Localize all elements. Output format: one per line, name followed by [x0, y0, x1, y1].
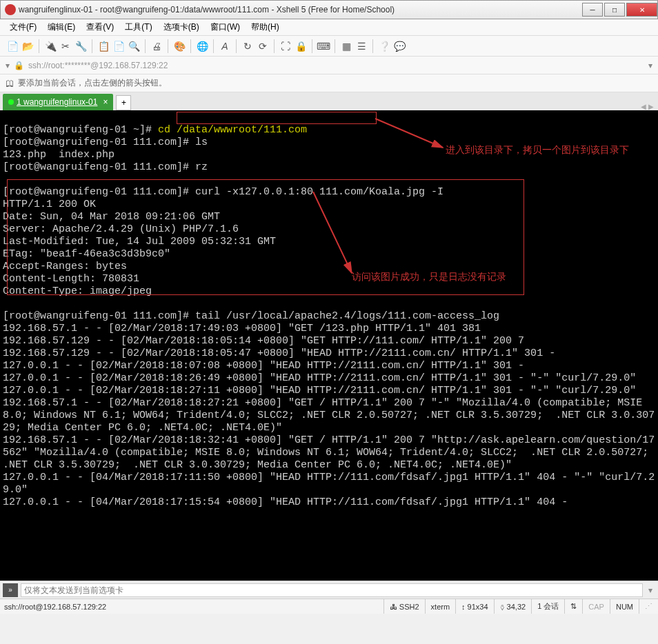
arrow-2-icon — [313, 192, 396, 276]
address-input[interactable] — [28, 61, 639, 70]
open-icon[interactable]: 📂 — [21, 39, 34, 53]
menu-file[interactable]: 文件(F) — [6, 20, 41, 34]
tab-close-icon[interactable]: × — [103, 97, 108, 107]
globe-icon[interactable]: 🌐 — [195, 39, 209, 53]
disconnect-icon[interactable]: ✂ — [59, 39, 72, 53]
menu-tabs[interactable]: 选项卡(B) — [159, 20, 203, 34]
close-button[interactable]: ✕ — [626, 3, 657, 17]
maximize-button[interactable]: □ — [604, 3, 625, 17]
find-icon[interactable]: 🔍 — [127, 39, 141, 53]
annotation-text-2: 访问该图片成功，只是日志没有记录 — [352, 270, 531, 283]
copy-icon[interactable]: 📋 — [97, 39, 110, 53]
tab-label: 1 wangruifenglinux-01 — [17, 97, 97, 107]
addr-arrow-icon[interactable]: ▾ — [643, 61, 658, 70]
info-icon[interactable]: 💬 — [392, 39, 406, 53]
hint-text: 要添加当前会话，点击左侧的箭头按钮。 — [18, 77, 167, 89]
svg-line-1 — [313, 192, 352, 273]
address-bar: ▾ 🔒 ▾ — [0, 57, 658, 74]
refresh-icon[interactable]: ↻ — [241, 39, 255, 53]
new-session-icon[interactable]: 📄 — [6, 39, 19, 53]
menu-view[interactable]: 查看(V) — [82, 20, 118, 34]
menu-help[interactable]: 帮助(H) — [247, 20, 283, 34]
reload-icon[interactable]: ⟳ — [256, 39, 270, 53]
status-pos: ⎀34,32 — [494, 599, 532, 614]
status-bar: ssh://root@192.168.57.129:22 🖧SSH2 xterm… — [0, 598, 658, 614]
add-tab-button[interactable]: + — [116, 95, 131, 110]
arrow-1-icon — [375, 119, 446, 149]
send-mode-icon[interactable]: » — [3, 583, 18, 597]
bookmark-icon[interactable]: 🕮 — [6, 79, 14, 88]
lock-icon: 🔒 — [14, 61, 24, 70]
paste-icon[interactable]: 📄 — [112, 39, 126, 53]
addr-dropdown-icon[interactable]: ▾ — [6, 61, 10, 70]
list-icon[interactable]: ☰ — [355, 39, 368, 53]
menu-window[interactable]: 窗口(W) — [206, 20, 244, 34]
titlebar: wangruifenglinux-01 - root@wangruifeng-0… — [0, 0, 658, 19]
status-dot-icon — [8, 99, 14, 105]
status-cap: CAP — [582, 599, 610, 614]
minimize-button[interactable]: ─ — [582, 3, 603, 17]
send-input[interactable] — [21, 583, 643, 597]
help-icon[interactable]: ❔ — [377, 39, 391, 53]
app-icon — [5, 4, 16, 15]
status-ssh: 🖧SSH2 — [383, 599, 425, 614]
hint-bar: 🕮 要添加当前会话，点击左侧的箭头按钮。 — [0, 74, 658, 92]
tab-bar: 1 wangruifenglinux-01 × + ◀ ▶ — [0, 92, 658, 110]
send-dropdown-icon[interactable]: ▾ — [643, 585, 658, 595]
color-icon[interactable]: 🎨 — [172, 39, 186, 53]
annotation-box-1 — [177, 112, 377, 124]
keyboard-icon[interactable]: ⌨ — [317, 39, 330, 53]
status-net-icon: ⇅ — [564, 599, 582, 614]
menu-edit[interactable]: 编辑(E) — [43, 20, 79, 34]
menu-tools[interactable]: 工具(T) — [121, 20, 156, 34]
terminal[interactable]: [root@wangruifeng-01 ~]# cd /data/wwwroo… — [0, 110, 658, 581]
tab-nav-arrows[interactable]: ◀ ▶ — [641, 103, 654, 110]
menubar: 文件(F) 编辑(E) 查看(V) 工具(T) 选项卡(B) 窗口(W) 帮助(… — [0, 19, 658, 36]
lock-icon[interactable]: 🔒 — [294, 39, 308, 53]
properties-icon[interactable]: 🔧 — [74, 39, 88, 53]
status-conn: ssh://root@192.168.57.129:22 — [0, 603, 110, 611]
fullscreen-icon[interactable]: ⛶ — [279, 39, 292, 53]
toolbar: 📄 📂 🔌 ✂ 🔧 📋 📄 🔍 🖨 🎨 🌐 A ↻ ⟳ ⛶ 🔒 ⌨ ▦ ☰ ❔ … — [0, 36, 658, 57]
svg-line-0 — [375, 119, 443, 148]
session-tab[interactable]: 1 wangruifenglinux-01 × — [3, 94, 113, 110]
tile-icon[interactable]: ▦ — [339, 39, 353, 53]
ssh-icon: 🖧 — [390, 603, 397, 611]
status-grip-icon[interactable]: ⋰ — [639, 599, 658, 614]
annotation-text-1: 进入到该目录下，拷贝一个图片到该目录下 — [446, 143, 646, 156]
send-bar: » ▾ — [0, 581, 658, 598]
status-term: xterm — [425, 599, 456, 614]
status-sessions: 1 会话 — [531, 599, 564, 614]
print-icon[interactable]: 🖨 — [150, 39, 163, 53]
font-icon[interactable]: A — [218, 39, 232, 53]
connect-icon[interactable]: 🔌 — [43, 39, 57, 53]
status-size: ↕91x34 — [455, 599, 493, 614]
status-num: NUM — [610, 599, 639, 614]
window-title: wangruifenglinux-01 - root@wangruifeng-0… — [19, 5, 581, 14]
